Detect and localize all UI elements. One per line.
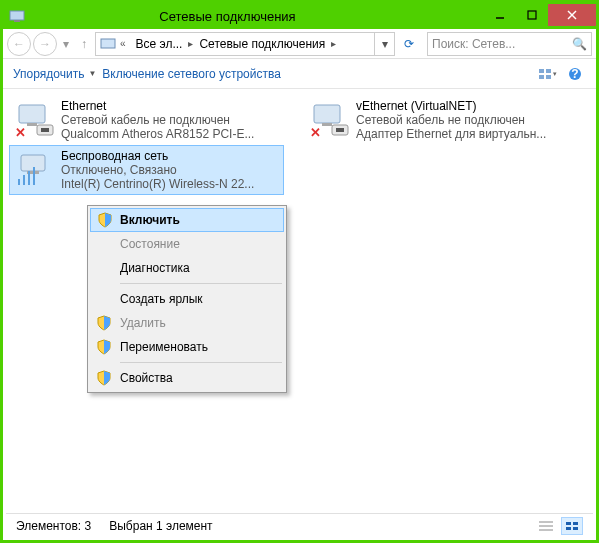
command-bar: Упорядочить▼ Включение сетевого устройст… [3,59,596,89]
status-bar: Элементов: 3 Выбран 1 элемент [6,513,593,537]
svg-rect-10 [546,75,551,79]
svg-rect-16 [41,128,49,132]
menu-item: Состояние [90,232,284,256]
adapter-status: Сетевой кабель не подключен [356,113,546,127]
refresh-button[interactable]: ⟳ [397,37,421,51]
shield-icon [96,339,112,355]
maximize-button[interactable] [516,4,548,26]
svg-rect-3 [528,11,536,19]
menu-item[interactable]: Включить [90,208,284,232]
adapter-status: Сетевой кабель не подключен [61,113,254,127]
content-area: ✕EthernetСетевой кабель не подключенQual… [3,89,596,516]
minimize-button[interactable] [484,4,516,26]
up-button[interactable]: ↑ [75,37,93,51]
svg-rect-6 [101,39,115,48]
adapter-name: Ethernet [61,99,254,113]
adapter-name: Беспроводная сеть [61,149,254,163]
window-title: Сетевые подключения [0,9,484,24]
icons-view-button[interactable] [561,517,583,535]
breadcrumb-seg-1[interactable]: Сетевые подключения [195,33,329,55]
shield-icon [97,212,113,228]
menu-item[interactable]: Переименовать [90,335,284,359]
adapter-device: Qualcomm Atheros AR8152 PCI-E... [61,127,254,141]
titlebar: Сетевые подключения [3,3,596,29]
svg-rect-17 [314,105,340,123]
menu-item[interactable]: Свойства [90,366,284,390]
breadcrumb-dropdown[interactable]: ▾ [374,33,394,55]
menu-item-label: Создать ярлык [120,292,203,306]
ethernet-adapter-icon: ✕ [310,99,350,139]
menu-separator [120,362,282,363]
svg-rect-7 [539,69,544,73]
enable-device-button[interactable]: Включение сетевого устройства [102,67,281,81]
svg-rect-13 [19,105,45,123]
menu-item-label: Переименовать [120,340,208,354]
svg-rect-27 [573,522,578,525]
search-icon: 🔍 [572,37,587,51]
search-input[interactable]: Поиск: Сетев... 🔍 [427,32,592,56]
adapter-item[interactable]: ✕EthernetСетевой кабель не подключенQual… [9,95,284,145]
menu-item-label: Удалить [120,316,166,330]
wireless-adapter-icon [15,149,55,189]
svg-rect-20 [336,128,344,132]
disconnected-icon: ✕ [13,127,27,141]
menu-item-label: Свойства [120,371,173,385]
disconnected-icon: ✕ [308,127,322,141]
svg-text:?: ? [571,67,578,81]
svg-rect-9 [539,75,544,79]
organize-menu[interactable]: Упорядочить▼ [13,67,96,81]
shield-icon [96,315,112,331]
history-dropdown[interactable]: ▾ [59,37,73,51]
svg-rect-14 [27,123,37,126]
menu-item-label: Состояние [120,237,180,251]
menu-item[interactable]: Диагностика [90,256,284,280]
adapter-device: Адаптер Ethernet для виртуальн... [356,127,546,141]
view-options-button[interactable] [536,63,558,85]
adapter-status: Отключено, Связано [61,163,254,177]
network-icon [100,36,116,52]
svg-rect-29 [573,527,578,530]
search-placeholder: Поиск: Сетев... [432,37,515,51]
menu-item-label: Включить [120,213,180,227]
svg-rect-18 [322,123,332,126]
shield-icon [96,370,112,386]
breadcrumb[interactable]: « Все эл...▸ Сетевые подключения▸ ▾ [95,32,395,56]
adapter-name: vEthernet (VirtualNET) [356,99,546,113]
menu-separator [120,283,282,284]
adapter-item[interactable]: Беспроводная сетьОтключено, СвязаноIntel… [9,145,284,195]
adapter-device: Intel(R) Centrino(R) Wireless-N 22... [61,177,254,191]
menu-item[interactable]: Создать ярлык [90,287,284,311]
close-button[interactable] [548,4,596,26]
help-button[interactable]: ? [564,63,586,85]
item-count: Элементов: 3 [16,519,91,533]
selection-count: Выбран 1 элемент [109,519,212,533]
details-view-button[interactable] [535,517,557,535]
svg-rect-26 [566,522,571,525]
menu-item-label: Диагностика [120,261,190,275]
svg-rect-8 [546,69,551,73]
navigation-bar: ← → ▾ ↑ « Все эл...▸ Сетевые подключения… [3,29,596,59]
adapter-item[interactable]: ✕vEthernet (VirtualNET)Сетевой кабель не… [304,95,579,145]
menu-item: Удалить [90,311,284,335]
ethernet-adapter-icon: ✕ [15,99,55,139]
svg-rect-28 [566,527,571,530]
forward-button[interactable]: → [33,32,57,56]
context-menu: ВключитьСостояниеДиагностикаСоздать ярлы… [87,205,287,393]
back-button[interactable]: ← [7,32,31,56]
breadcrumb-seg-0[interactable]: Все эл... [132,33,187,55]
